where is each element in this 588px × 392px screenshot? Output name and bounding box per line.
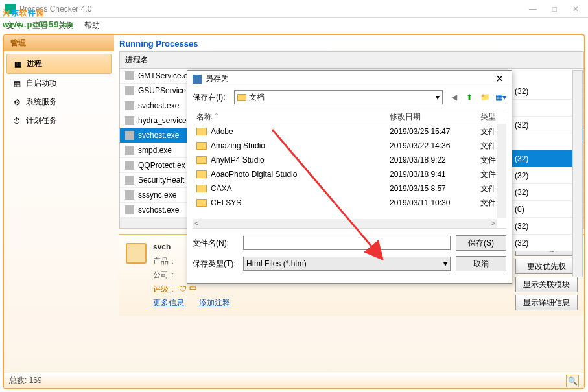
- bits-cell: (32): [512, 218, 576, 235]
- exe-icon: [125, 116, 134, 125]
- exe-icon: [125, 205, 134, 214]
- filetype-label: 保存类型(T):: [193, 259, 238, 270]
- dialog-icon: [193, 75, 202, 84]
- back-icon[interactable]: ◀: [448, 91, 460, 103]
- save-button[interactable]: 保存(S): [456, 235, 506, 251]
- filetype-combo[interactable]: Html Files (*.htm) ▾: [243, 257, 451, 271]
- add-note-link[interactable]: 添加注释: [199, 298, 230, 307]
- menu-view[interactable]: 查看: [32, 20, 48, 31]
- up-icon[interactable]: ⬆: [464, 91, 475, 103]
- bits-cell: (32): [512, 167, 576, 184]
- view-menu-icon[interactable]: ▦▾: [495, 91, 506, 103]
- menu-file[interactable]: 文件: [6, 20, 22, 31]
- col-type[interactable]: 类型: [480, 111, 506, 122]
- dialog-close-button[interactable]: ✕: [493, 73, 506, 85]
- folder-row[interactable]: AoaoPhoto Digital Studio2019/03/18 9:41文…: [193, 167, 506, 181]
- exe-icon: [125, 101, 134, 110]
- filename-input[interactable]: [243, 236, 451, 250]
- location-combo[interactable]: 文档 ▾: [234, 90, 443, 104]
- search-icon[interactable]: 🔍: [566, 375, 579, 387]
- startup-icon: ▦: [12, 78, 22, 89]
- exe-icon: [125, 190, 134, 200]
- sidebar-label: 计划任务: [26, 115, 57, 126]
- cancel-button[interactable]: 取消: [456, 256, 506, 271]
- process-icon: ▦: [12, 59, 23, 69]
- statusbar: 总数: 169 🔍: [4, 373, 584, 388]
- location-text: 文档: [249, 92, 265, 103]
- save-in-label: 保存在(I):: [193, 92, 229, 103]
- filetype-text: Html Files (*.htm): [246, 259, 307, 268]
- folder-icon: [196, 185, 207, 192]
- bits-cell: (32): [512, 117, 576, 133]
- exe-icon: [125, 86, 134, 95]
- maximize-button[interactable]: □: [548, 3, 561, 15]
- new-folder-icon[interactable]: 📁: [479, 91, 491, 103]
- more-info-link[interactable]: 更多信息: [153, 298, 184, 307]
- chevron-down-icon: ▾: [443, 259, 447, 268]
- detail-process-icon: [126, 243, 147, 264]
- menubar: 文件 查看 关例 帮助: [0, 18, 588, 32]
- exe-icon: [125, 131, 134, 140]
- column-header-name[interactable]: 进程名: [119, 51, 584, 69]
- sidebar-item-tasks[interactable]: ⏱ 计划任务: [6, 111, 112, 130]
- sidebar: 管理 ▦ 进程 ▦ 自启动项 ⚙ 系统服务 ⏱ 计划任务: [4, 35, 114, 373]
- bits-cell: (0): [512, 201, 576, 218]
- folder-row[interactable]: AnyMP4 Studio2019/03/18 9:22文件: [193, 153, 506, 167]
- folder-icon: [196, 156, 207, 164]
- dialog-title: 另存为: [206, 73, 493, 84]
- folder-icon: [196, 142, 207, 150]
- sidebar-item-processes[interactable]: ▦ 进程: [6, 54, 112, 74]
- menu-example[interactable]: 关例: [58, 20, 74, 31]
- running-processes-title: Running Processes: [119, 39, 584, 49]
- folder-row[interactable]: Amazing Studio2019/03/22 14:36文件: [193, 139, 506, 153]
- bits-cell: [512, 133, 576, 150]
- col-date[interactable]: 修改日期: [390, 111, 480, 122]
- priority-button[interactable]: 更改优先权: [515, 259, 578, 274]
- sidebar-label: 自启动项: [26, 78, 57, 89]
- services-icon: ⚙: [12, 97, 22, 108]
- bits-column: (32) (32) (32) (32) (32) (0) (32) (32): [512, 83, 576, 251]
- filelist-vscroll[interactable]: [497, 124, 506, 218]
- folder-row[interactable]: Adobe2019/03/25 15:47文件: [193, 124, 506, 139]
- folder-icon: [196, 199, 207, 207]
- sidebar-item-startup[interactable]: ▦ 自启动项: [6, 74, 112, 93]
- bits-cell: [512, 100, 576, 117]
- details-button[interactable]: 显示详细信息: [515, 295, 578, 310]
- bits-cell: (32): [512, 83, 576, 100]
- filelist-hscroll[interactable]: [193, 219, 497, 228]
- titlebar: Process Checker 4.0 — □ ✕: [0, 0, 588, 18]
- sidebar-label: 进程: [27, 58, 42, 69]
- detail-rating-value: 中: [189, 282, 197, 297]
- shield-icon: 🛡: [179, 282, 187, 297]
- sidebar-header: 管理: [4, 35, 114, 51]
- folder-icon: [196, 128, 207, 135]
- folder-icon: [196, 170, 207, 178]
- minimize-button[interactable]: —: [525, 3, 541, 15]
- save-as-dialog: 另存为 ✕ 保存在(I): 文档 ▾ ◀ ⬆ 📁 ▦▾ 名称˄ 修改日期 类型 …: [187, 70, 512, 284]
- bits-cell: (32): [512, 150, 576, 167]
- chevron-down-icon: ▾: [436, 93, 440, 102]
- detail-rating-label: 评级：: [153, 282, 176, 297]
- exe-icon: [125, 176, 134, 185]
- sort-asc-icon: ˄: [215, 112, 218, 121]
- filename-label: 文件名(N):: [193, 238, 238, 249]
- sidebar-item-services[interactable]: ⚙ 系统服务: [6, 93, 112, 111]
- exe-icon: [125, 161, 134, 170]
- col-name[interactable]: 名称˄: [193, 111, 390, 122]
- window-title: Process Checker 4.0: [19, 5, 525, 14]
- tasks-icon: ⏱: [12, 116, 22, 126]
- bits-cell: (32): [512, 184, 576, 201]
- folder-row[interactable]: CAXA2019/03/15 8:57文件: [193, 181, 506, 196]
- menu-help[interactable]: 帮助: [84, 20, 100, 31]
- modules-button[interactable]: 显示关联模块: [515, 277, 578, 292]
- app-icon: [5, 4, 16, 14]
- total-count: 总数: 169: [9, 375, 566, 386]
- exe-icon: [125, 71, 134, 80]
- folder-row[interactable]: CELSYS2019/03/11 10:30文件: [193, 196, 506, 210]
- close-button[interactable]: ✕: [569, 3, 583, 15]
- vertical-scrollbar[interactable]: [572, 70, 583, 277]
- exe-icon: [125, 146, 134, 155]
- folder-icon: [237, 94, 246, 101]
- file-list: 名称˄ 修改日期 类型 Adobe2019/03/25 15:47文件 Amaz…: [193, 110, 506, 229]
- sidebar-label: 系统服务: [26, 97, 57, 108]
